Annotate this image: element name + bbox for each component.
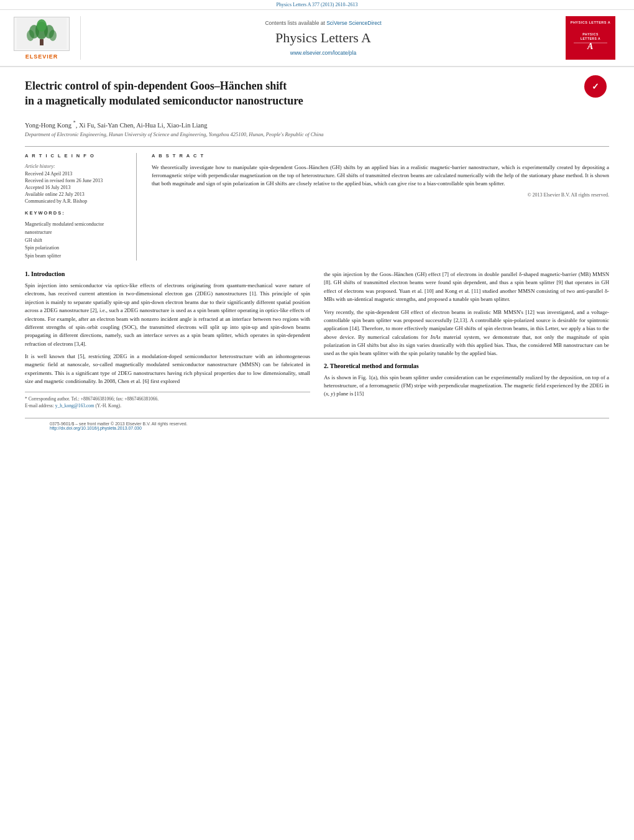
- received-revised-date: Received in revised form 26 June 2013: [25, 178, 127, 183]
- footnote-corresponding: * Corresponding author. Tel.: +886746638…: [25, 396, 310, 403]
- section1-heading: 1. Introduction: [25, 270, 310, 277]
- section2-heading: 2. Theoretical method and formulas: [324, 362, 609, 369]
- journal-title: Physics Letters A: [275, 30, 371, 46]
- keyword-3: Spin polarization: [25, 244, 127, 252]
- keyword-1: Magnetically modulated semiconductor: [25, 221, 127, 229]
- keywords-label: Keywords:: [25, 210, 127, 216]
- journal-bar: Physics Letters A 377 (2013) 2610–2613: [0, 0, 634, 10]
- abstract-section: A B S T R A C T We theoretically investi…: [152, 153, 609, 261]
- svg-rect-6: [40, 39, 44, 45]
- copyright: © 2013 Elsevier B.V. All rights reserved…: [152, 192, 609, 198]
- physics-letters-logo: PHYSICS LETTERS A PHYSICS LETTERS A A: [566, 16, 615, 60]
- keyword-1b: nanostructure: [25, 229, 127, 237]
- email-link[interactable]: y_h_kong@163.com: [55, 403, 94, 408]
- sciverse-link[interactable]: SciVerse ScienceDirect: [326, 20, 381, 26]
- available-online-date: Available online 22 July 2013: [25, 192, 127, 197]
- right-para2: Very recently, the spin-dependent GH eff…: [324, 308, 609, 358]
- crossmark-icon: ✓: [584, 75, 607, 98]
- journal-citation: Physics Letters A 377 (2013) 2610–2613: [277, 2, 358, 7]
- journal-logo-right: PHYSICS LETTERS A PHYSICS LETTERS A A: [566, 16, 622, 60]
- section1-para1: Spin injection into semiconductor via op…: [25, 282, 310, 348]
- svg-point-4: [27, 30, 34, 41]
- keyword-4: Spin beam splitter: [25, 252, 127, 261]
- elsevier-logo-image: [14, 17, 70, 51]
- keywords-list: Magnetically modulated semiconductor nan…: [25, 221, 127, 261]
- contents-availability: Contents lists available at SciVerse Sci…: [265, 20, 381, 26]
- info-abstract-section: A R T I C L E I N F O Article history: R…: [25, 146, 609, 261]
- footer-license: 0375-9601/$ – see front matter © 2013 El…: [50, 422, 584, 426]
- communicated-by: Communicated by A.R. Bishop: [25, 198, 127, 204]
- journal-url[interactable]: www.elsevier.com/locate/pla: [290, 50, 356, 56]
- right-para1: the spin injection by the Goos–Hänchen (…: [324, 270, 609, 303]
- accepted-date: Accepted 16 July 2013: [25, 185, 127, 190]
- elsevier-logo: ELSEVIER: [12, 16, 81, 60]
- footnote-email: E-mail address: y_h_kong@163.com (Y.-H. …: [25, 403, 310, 410]
- abstract-text: We theoretically investigate how to mani…: [152, 164, 609, 188]
- abstract-title: A B S T R A C T: [152, 153, 609, 159]
- crossmark-badge[interactable]: ✓: [584, 75, 609, 100]
- svg-point-7: [37, 19, 47, 32]
- svg-text:✓: ✓: [592, 81, 599, 91]
- article-body: 1. Introduction Spin injection into semi…: [25, 270, 609, 409]
- keywords-section: Keywords: Magnetically modulated semicon…: [25, 210, 127, 261]
- content-area: Electric control of spin-dependent Goos–…: [0, 67, 634, 446]
- elsevier-wordmark: ELSEVIER: [25, 53, 58, 60]
- article-info: A R T I C L E I N F O Article history: R…: [25, 153, 137, 261]
- footer-bar: 0375-9601/$ – see front matter © 2013 El…: [25, 418, 609, 433]
- footnote-area: * Corresponding author. Tel.: +886746638…: [25, 392, 310, 409]
- svg-text:PHYSICS: PHYSICS: [582, 32, 599, 36]
- header-center: Contents lists available at SciVerse Sci…: [93, 16, 553, 60]
- svg-text:LETTERS A: LETTERS A: [581, 37, 600, 40]
- article-info-title: A R T I C L E I N F O: [25, 153, 127, 159]
- svg-text:A: A: [587, 42, 594, 51]
- affiliation: Department of Electronic Engineering, Hu…: [25, 131, 609, 137]
- keyword-2: GH shift: [25, 237, 127, 245]
- header-section: ELSEVIER Contents lists available at Sci…: [0, 10, 634, 67]
- page-wrapper: Physics Letters A 377 (2013) 2610–2613 E…: [0, 0, 634, 840]
- article-history-label: Article history:: [25, 164, 127, 169]
- footer-doi[interactable]: http://dx.doi.org/10.1016/j.physleta.201…: [50, 426, 584, 430]
- authors: Yong-Hong Kong *, Xi Fu, Sai-Yan Chen, A…: [25, 120, 609, 129]
- body-col-right: the spin injection by the Goos–Hänchen (…: [324, 270, 609, 409]
- svg-point-5: [49, 30, 57, 41]
- section2-para1: As is shown in Fig. 1(a), this spin beam…: [324, 374, 609, 399]
- section1-para2: It is well known that [5], restricting 2…: [25, 353, 310, 385]
- article-title: Electric control of spin-dependent Goos–…: [25, 78, 485, 109]
- received-date: Received 24 April 2013: [25, 171, 127, 177]
- body-col-left: 1. Introduction Spin injection into semi…: [25, 270, 310, 409]
